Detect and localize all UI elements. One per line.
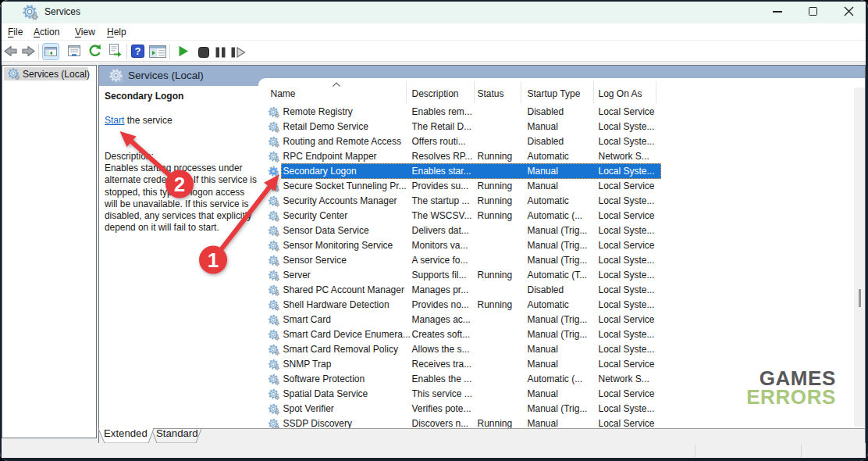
svg-text:?: ? xyxy=(135,45,141,57)
